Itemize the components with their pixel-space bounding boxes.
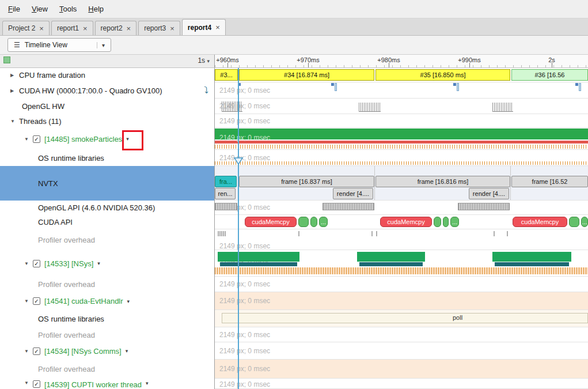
tree-item-os-runtime[interactable]: OS runtime libraries [0, 310, 215, 327]
timeline-ruler[interactable]: +960ms +970ms +980ms +990ms 2s [215, 55, 588, 68]
thread-state-bar[interactable] [495, 262, 569, 266]
cuda-api-more-bar[interactable]: ... [450, 217, 459, 227]
frame-bar[interactable]: #3... [215, 69, 238, 81]
thread-options-dropdown-icon[interactable]: ▾ [97, 260, 100, 266]
close-icon[interactable]: × [215, 23, 220, 32]
cuda-api-more-bar[interactable]: ... [319, 217, 328, 227]
menu-view[interactable]: View [26, 1, 54, 17]
cuda-api-call-bar[interactable] [569, 217, 579, 227]
menu-tools[interactable]: Tools [54, 1, 82, 17]
tab-report4[interactable]: report4 × [182, 19, 226, 35]
tree-item-profiler-overhead[interactable]: Profiler overhead [0, 277, 215, 292]
poll-bar[interactable]: poll [222, 313, 588, 323]
track-thread-cuda-evthandlr[interactable]: 2149 px; 0 msec [215, 292, 588, 310]
view-selector-dropdown[interactable]: ☰ Timeline View ▾ [7, 38, 111, 52]
thread-state-bar[interactable] [359, 262, 423, 266]
track-cpu-frame-duration[interactable]: #3... #34 [16.874 ms] #35 [16.850 ms] #3… [215, 68, 588, 82]
tree-item-profiler-overhead[interactable]: Profiler overhead [0, 229, 215, 250]
cuda-activity-bar[interactable] [335, 83, 337, 91]
thread-checkbox[interactable]: ✓ [33, 297, 40, 305]
tree-item-cuda-api[interactable]: CUDA API [0, 215, 215, 229]
track-opengl-hw[interactable]: 2149 px; 0 msec [215, 99, 588, 114]
cuda-api-call-bar[interactable] [443, 217, 449, 227]
close-icon[interactable]: × [127, 24, 131, 33]
thread-running-bar[interactable] [492, 252, 571, 262]
cuda-api-call-bar[interactable] [298, 217, 309, 227]
expander-collapsed-icon[interactable]: ▶ [10, 73, 19, 78]
cuda-api-call-bar[interactable] [310, 217, 317, 227]
tab-project-2[interactable]: Project 2 × [2, 21, 50, 35]
thread-options-dropdown-icon[interactable]: ▾ [127, 299, 130, 304]
thread-checkbox[interactable]: ✓ [33, 260, 40, 267]
track-opengl-api[interactable]: 2149 px; 0 msec [215, 201, 588, 215]
tree-item-opengl-api[interactable]: OpenGL API (4.6.0 NVIDIA 520.36) [0, 201, 215, 215]
thread-state-band[interactable] [215, 141, 588, 143]
cuda-memcpy-bar[interactable]: cudaMemcpy [513, 217, 567, 227]
thread-options-dropdown-icon[interactable]: ▾ [126, 348, 128, 354]
nvtx-frame-bar[interactable]: frame [16.52 [511, 176, 588, 187]
tab-report1[interactable]: report1 × [51, 21, 93, 35]
tree-item-profiler-overhead[interactable]: Profiler overhead [0, 360, 215, 379]
tree-item-thread-cupti[interactable]: ▼ ✓ [14539] CUPTI worker thread ▾ [0, 379, 215, 389]
nvtx-frame-bar[interactable]: fra... [215, 176, 237, 187]
menu-file[interactable]: File [2, 1, 26, 17]
jump-to-icon[interactable]: ⤵ [204, 85, 208, 96]
histogram-cluster[interactable] [222, 101, 242, 112]
tree-item-thread-nsys-comms[interactable]: ▼ ✓ [14534] [NSys Comms] ▾ [0, 342, 215, 360]
cuda-memcpy-bar[interactable]: cudaMemcpy [380, 217, 432, 227]
expander-expanded-icon[interactable]: ▼ [24, 261, 33, 266]
timeline-cursor-line[interactable] [238, 68, 239, 389]
opengl-api-bar[interactable] [458, 203, 510, 210]
tree-item-thread-cuda-evthandlr[interactable]: ▼ ✓ [14541] cuda-EvtHandlr ▾ [0, 292, 215, 310]
track-profiler-overhead[interactable]: 2149 px; 0 msec [215, 277, 588, 292]
thread-state-bar[interactable] [220, 262, 297, 266]
track-thread-nsys[interactable]: 2149 px; 0 msec [215, 250, 588, 277]
expander-expanded-icon[interactable]: ▼ [24, 380, 33, 386]
nvtx-render-bar[interactable]: ren... [215, 188, 236, 199]
thread-options-dropdown-icon[interactable]: ▾ [146, 380, 149, 386]
track-thread-cupti[interactable]: 2149 px; 0 msec [215, 379, 588, 389]
frame-bar[interactable]: #34 [16.874 ms] [239, 69, 374, 81]
track-nvtx[interactable]: fra... frame [16.837 ms] frame [16.816 m… [215, 166, 588, 201]
nvtx-frame-bar[interactable]: frame [16.837 ms] [239, 176, 374, 187]
nvtx-render-bar[interactable]: render [4.... [333, 188, 373, 199]
frame-bar[interactable]: #36 [16.56 [511, 69, 588, 81]
tree-item-os-runtime[interactable]: OS runtime libraries [0, 150, 215, 166]
cuda-api-call-bar[interactable] [434, 217, 441, 227]
track-cuda-api[interactable]: cudaMemcpy ... cudaMemcpy ... cudaMemcpy… [215, 215, 588, 229]
nvtx-render-bar[interactable]: render [4.... [469, 188, 509, 199]
thread-checkbox[interactable]: ✓ [33, 135, 40, 143]
histogram-cluster[interactable] [492, 103, 513, 112]
thread-running-bar[interactable] [218, 252, 299, 262]
track-os-runtime[interactable]: 2149 px; 0 msec [215, 150, 588, 166]
thread-running-band[interactable] [215, 129, 588, 139]
expander-expanded-icon[interactable]: ▼ [24, 349, 33, 354]
track-threads[interactable]: 2149 px; 0 msec [215, 114, 588, 128]
track-profiler-overhead[interactable]: 2149 px; 0 msec [215, 229, 588, 250]
expander-expanded-icon[interactable]: ▼ [24, 299, 33, 304]
opengl-api-bar[interactable] [215, 203, 237, 210]
track-profiler-overhead[interactable]: 2149 px; 0 msec [215, 360, 588, 379]
tab-report3[interactable]: report3 × [138, 21, 180, 35]
expander-expanded-icon[interactable]: ▼ [10, 119, 19, 124]
close-icon[interactable]: × [39, 24, 44, 33]
frame-bar[interactable]: #35 [16.850 ms] [375, 69, 510, 81]
expander-expanded-icon[interactable]: ▼ [24, 137, 33, 142]
timeline-scale-selector[interactable]: 1s ▾ [198, 56, 210, 65]
track-os-runtime-poll[interactable]: poll [215, 310, 588, 327]
thread-checkbox[interactable]: ✓ [33, 380, 40, 388]
track-thread-nsys-comms[interactable]: 2149 px; 0 msec [215, 342, 588, 360]
cuda-activity-bar[interactable] [579, 83, 581, 91]
track-thread-smokeparticles[interactable]: 2149 px; 0 msec [215, 128, 588, 150]
tree-item-cpu-frame-duration[interactable]: ▶ CPU frame duration [0, 68, 215, 82]
tree-item-opengl-hw[interactable]: OpenGL HW [0, 99, 215, 114]
close-icon[interactable]: × [170, 24, 174, 33]
tree-item-nvtx[interactable]: NVTX [0, 166, 215, 201]
tree-item-cuda-hw[interactable]: ▶ CUDA HW (0000:17:00.0 - Quadro GV100) … [0, 82, 215, 99]
tab-report2[interactable]: report2 × [95, 21, 137, 35]
histogram-cluster[interactable] [359, 103, 381, 112]
cuda-activity-bar[interactable] [457, 83, 459, 91]
tree-item-threads[interactable]: ▼ Threads (11) [0, 114, 215, 128]
timeline-cursor-handle[interactable] [234, 157, 243, 165]
expander-collapsed-icon[interactable]: ▶ [10, 88, 19, 93]
